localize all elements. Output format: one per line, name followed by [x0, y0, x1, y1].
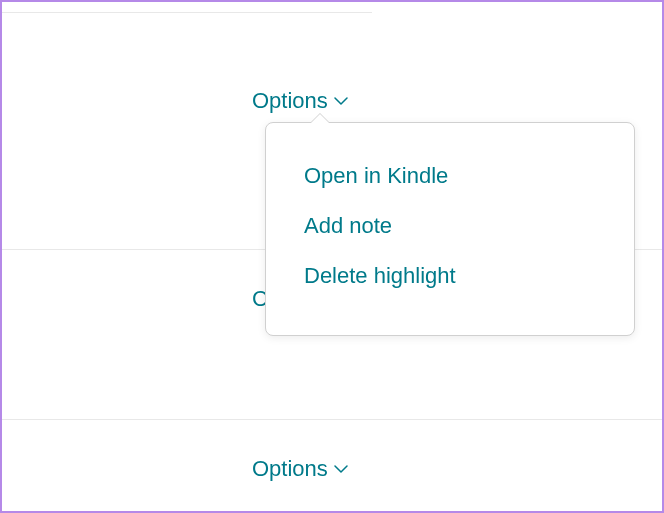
chevron-down-icon	[334, 462, 348, 476]
section-divider	[2, 12, 372, 13]
chevron-down-icon	[334, 94, 348, 108]
menu-item-open-in-kindle[interactable]: Open in Kindle	[266, 151, 634, 201]
menu-item-add-note[interactable]: Add note	[266, 201, 634, 251]
options-label: Options	[252, 88, 328, 114]
options-dropdown-menu: Open in Kindle Add note Delete highlight	[265, 122, 635, 336]
options-dropdown-trigger[interactable]: Options	[252, 456, 348, 482]
menu-item-delete-highlight[interactable]: Delete highlight	[266, 251, 634, 301]
section-divider	[2, 419, 662, 420]
options-dropdown-trigger[interactable]: Options	[252, 88, 348, 114]
options-label: Options	[252, 456, 328, 482]
